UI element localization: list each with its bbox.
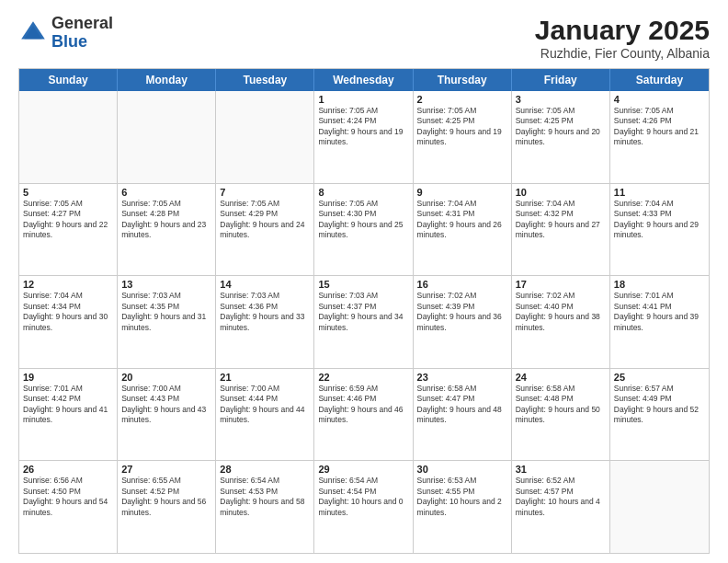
day-info: Sunrise: 6:58 AMSunset: 4:47 PMDaylight:… [417,384,507,426]
calendar-cell: 5Sunrise: 7:05 AMSunset: 4:27 PMDaylight… [19,184,118,276]
day-info: Sunrise: 7:03 AMSunset: 4:35 PMDaylight:… [121,291,211,333]
calendar-body: 1Sunrise: 7:05 AMSunset: 4:24 PMDaylight… [19,91,709,553]
day-info: Sunrise: 7:02 AMSunset: 4:40 PMDaylight:… [516,291,606,333]
day-info: Sunrise: 7:05 AMSunset: 4:25 PMDaylight:… [516,106,606,148]
calendar-cell: 24Sunrise: 6:58 AMSunset: 4:48 PMDayligh… [512,369,610,461]
day-number: 6 [121,187,211,198]
day-info: Sunrise: 7:03 AMSunset: 4:37 PMDaylight:… [318,291,408,333]
calendar-cell: 11Sunrise: 7:04 AMSunset: 4:33 PMDayligh… [610,184,709,276]
weekday-header: Tuesday [216,69,314,91]
day-info: Sunrise: 7:00 AMSunset: 4:43 PMDaylight:… [121,384,211,426]
calendar-cell: 27Sunrise: 6:55 AMSunset: 4:52 PMDayligh… [118,461,216,553]
header: General Blue January 2025 Ruzhdie, Fier … [18,15,710,61]
calendar-row: 26Sunrise: 6:56 AMSunset: 4:50 PMDayligh… [19,461,709,553]
day-number: 30 [417,464,507,475]
calendar-cell: 22Sunrise: 6:59 AMSunset: 4:46 PMDayligh… [314,369,413,461]
calendar-cell: 29Sunrise: 6:54 AMSunset: 4:54 PMDayligh… [314,461,413,553]
title-block: January 2025 Ruzhdie, Fier County, Alban… [535,15,710,61]
day-info: Sunrise: 6:58 AMSunset: 4:48 PMDaylight:… [516,384,606,426]
calendar-cell: 3Sunrise: 7:05 AMSunset: 4:25 PMDaylight… [512,91,610,183]
day-number: 28 [220,464,310,475]
day-number: 16 [417,279,507,290]
day-info: Sunrise: 7:04 AMSunset: 4:31 PMDaylight:… [417,199,507,241]
calendar-cell: 31Sunrise: 6:52 AMSunset: 4:57 PMDayligh… [512,461,610,553]
day-number: 4 [614,94,705,105]
day-number: 22 [318,372,408,383]
day-info: Sunrise: 7:05 AMSunset: 4:26 PMDaylight:… [614,106,705,148]
calendar-cell: 13Sunrise: 7:03 AMSunset: 4:35 PMDayligh… [118,276,216,368]
day-info: Sunrise: 6:53 AMSunset: 4:55 PMDaylight:… [417,476,507,518]
logo-text: General Blue [51,15,113,52]
calendar-cell: 25Sunrise: 6:57 AMSunset: 4:49 PMDayligh… [610,369,709,461]
day-number: 15 [318,279,408,290]
calendar-cell [610,461,709,553]
calendar-cell: 30Sunrise: 6:53 AMSunset: 4:55 PMDayligh… [414,461,512,553]
day-info: Sunrise: 6:57 AMSunset: 4:49 PMDaylight:… [614,384,705,426]
day-info: Sunrise: 7:01 AMSunset: 4:41 PMDaylight:… [614,291,705,333]
weekday-header: Wednesday [314,69,413,91]
day-number: 27 [121,464,211,475]
logo: General Blue [18,15,113,52]
day-info: Sunrise: 6:54 AMSunset: 4:54 PMDaylight:… [318,476,408,518]
calendar-row: 1Sunrise: 7:05 AMSunset: 4:24 PMDaylight… [19,91,709,184]
day-info: Sunrise: 7:00 AMSunset: 4:44 PMDaylight:… [220,384,310,426]
day-number: 31 [516,464,606,475]
page-title: January 2025 [535,15,710,46]
calendar-row: 5Sunrise: 7:05 AMSunset: 4:27 PMDaylight… [19,184,709,277]
calendar-cell: 7Sunrise: 7:05 AMSunset: 4:29 PMDaylight… [216,184,314,276]
day-info: Sunrise: 7:05 AMSunset: 4:25 PMDaylight:… [417,106,507,148]
day-number: 11 [614,187,705,198]
day-number: 1 [318,94,408,105]
page-subtitle: Ruzhdie, Fier County, Albania [535,46,710,61]
day-number: 3 [516,94,606,105]
calendar: SundayMondayTuesdayWednesdayThursdayFrid… [18,68,710,554]
day-number: 26 [23,464,113,475]
calendar-cell: 23Sunrise: 6:58 AMSunset: 4:47 PMDayligh… [414,369,512,461]
calendar-cell: 16Sunrise: 7:02 AMSunset: 4:39 PMDayligh… [414,276,512,368]
calendar-row: 19Sunrise: 7:01 AMSunset: 4:42 PMDayligh… [19,369,709,462]
calendar-row: 12Sunrise: 7:04 AMSunset: 4:34 PMDayligh… [19,276,709,369]
weekday-header: Friday [512,69,610,91]
day-info: Sunrise: 6:52 AMSunset: 4:57 PMDaylight:… [516,476,606,518]
day-number: 23 [417,372,507,383]
day-number: 24 [516,372,606,383]
day-number: 14 [220,279,310,290]
day-number: 7 [220,187,310,198]
day-info: Sunrise: 7:05 AMSunset: 4:29 PMDaylight:… [220,199,310,241]
day-number: 20 [121,372,211,383]
logo-icon [18,18,48,48]
day-info: Sunrise: 6:59 AMSunset: 4:46 PMDaylight:… [318,384,408,426]
calendar-cell: 9Sunrise: 7:04 AMSunset: 4:31 PMDaylight… [414,184,512,276]
day-number: 8 [318,187,408,198]
calendar-cell: 1Sunrise: 7:05 AMSunset: 4:24 PMDaylight… [314,91,413,183]
calendar-cell: 4Sunrise: 7:05 AMSunset: 4:26 PMDaylight… [610,91,709,183]
calendar-cell: 28Sunrise: 6:54 AMSunset: 4:53 PMDayligh… [216,461,314,553]
calendar-cell: 19Sunrise: 7:01 AMSunset: 4:42 PMDayligh… [19,369,118,461]
calendar-cell: 20Sunrise: 7:00 AMSunset: 4:43 PMDayligh… [118,369,216,461]
day-number: 21 [220,372,310,383]
calendar-cell: 12Sunrise: 7:04 AMSunset: 4:34 PMDayligh… [19,276,118,368]
day-number: 5 [23,187,113,198]
calendar-cell: 17Sunrise: 7:02 AMSunset: 4:40 PMDayligh… [512,276,610,368]
day-number: 25 [614,372,705,383]
day-number: 12 [23,279,113,290]
day-info: Sunrise: 7:02 AMSunset: 4:39 PMDaylight:… [417,291,507,333]
weekday-header: Sunday [19,69,118,91]
day-info: Sunrise: 7:05 AMSunset: 4:28 PMDaylight:… [121,199,211,241]
calendar-cell [216,91,314,183]
calendar-cell: 8Sunrise: 7:05 AMSunset: 4:30 PMDaylight… [314,184,413,276]
day-info: Sunrise: 6:56 AMSunset: 4:50 PMDaylight:… [23,476,113,518]
day-info: Sunrise: 7:05 AMSunset: 4:27 PMDaylight:… [23,199,113,241]
calendar-cell: 21Sunrise: 7:00 AMSunset: 4:44 PMDayligh… [216,369,314,461]
day-info: Sunrise: 6:54 AMSunset: 4:53 PMDaylight:… [220,476,310,518]
day-number: 29 [318,464,408,475]
calendar-cell [19,91,118,183]
day-number: 17 [516,279,606,290]
day-number: 13 [121,279,211,290]
calendar-cell: 14Sunrise: 7:03 AMSunset: 4:36 PMDayligh… [216,276,314,368]
page: General Blue January 2025 Ruzhdie, Fier … [0,0,728,563]
day-number: 18 [614,279,705,290]
logo-general: General [51,14,113,32]
logo-blue: Blue [51,32,87,51]
calendar-cell [118,91,216,183]
